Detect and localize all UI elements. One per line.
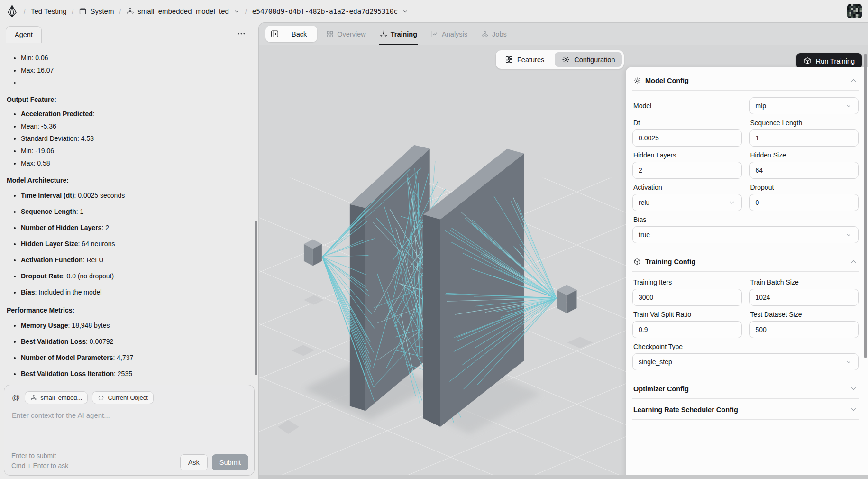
field-grid: Training Iters3000Train Batch Size1024Tr…	[632, 274, 859, 370]
breadcrumb-label: small_embedded_model_ted	[137, 7, 229, 15]
gear-icon	[562, 55, 570, 64]
input-dropout[interactable]: 0	[749, 194, 859, 211]
field-training-iters: Training Iters3000	[632, 274, 742, 306]
chat-textarea[interactable]: Enter context for the AI agent...	[4, 404, 254, 426]
select-checkpoint-type[interactable]: single_step	[632, 353, 859, 370]
breadcrumb-item[interactable]: System	[79, 7, 114, 15]
input-hidden-layers[interactable]: 2	[632, 162, 742, 179]
field-label: Train Batch Size	[750, 278, 858, 286]
agent-heading: Performance Metrics:	[7, 305, 244, 315]
tab-analysis[interactable]: Analysis	[430, 23, 468, 45]
field-grid: Dt0.0025Sequence Length1Hidden Layers2Hi…	[632, 114, 859, 243]
chevron-down-icon	[850, 385, 858, 393]
mention-at-icon[interactable]: @	[12, 393, 20, 403]
view-mode-toggle: FeaturesConfiguration	[496, 50, 624, 69]
input-hidden-size[interactable]: 64	[749, 162, 859, 179]
panel-menu-button[interactable]	[235, 28, 248, 39]
cube-icon	[804, 57, 812, 65]
toggle-features[interactable]: Features	[498, 52, 551, 67]
field-value: 0	[756, 199, 759, 206]
context-chip-row: @ small_embed...Current Object	[4, 385, 254, 404]
tab-training[interactable]: Training	[379, 23, 418, 45]
input-train-val-split-ratio[interactable]: 0.9	[632, 321, 742, 338]
field-value: relu	[639, 199, 649, 206]
field-test-dataset-size: Test Dataset Size500	[749, 306, 859, 338]
field-label: Checkpoint Type	[633, 343, 858, 350]
gear-icon	[633, 77, 641, 84]
field-value: 0.0025	[639, 134, 659, 142]
breadcrumb-label: System	[90, 7, 114, 15]
config-panel: Model ConfigModelmlpDt0.0025Sequence Len…	[626, 67, 868, 479]
agent-bullet-item: Mean: -5.36	[21, 121, 244, 131]
agent-panel-header: Agent	[0, 22, 258, 43]
select-activation[interactable]: relu	[632, 194, 742, 211]
section-body: ModelmlpDt0.0025Sequence Length1Hidden L…	[632, 91, 859, 251]
input-dt[interactable]: 0.0025	[632, 129, 742, 147]
input-train-batch-size[interactable]: 1024	[749, 289, 859, 306]
main-area: Back OverviewTrainingAnalysisJobs Featur…	[258, 22, 868, 479]
chevron-down-icon	[402, 8, 409, 15]
section-body: Training Iters3000Train Batch Size1024Tr…	[632, 272, 859, 378]
config-scrollbar[interactable]	[864, 54, 867, 358]
agent-bullet-item: Number of Model Parameters: 4,737	[21, 352, 244, 363]
agent-bullet-item: Min: 0.06	[21, 53, 244, 63]
input-test-dataset-size[interactable]: 500	[749, 321, 859, 338]
field-train-batch-size: Train Batch Size1024	[749, 274, 859, 306]
agent-scrollbar[interactable]	[255, 221, 257, 375]
field-label: Hidden Size	[750, 151, 858, 159]
section-title: Optimizer Config	[633, 385, 689, 393]
agent-bullet-list: Memory Usage: 18,948 bytesBest Validatio…	[7, 320, 244, 379]
breadcrumb-item[interactable]: small_embedded_model_ted	[126, 7, 240, 15]
agent-bullet-list: Acceleration Predicted:Mean: -5.36Standa…	[7, 109, 244, 168]
context-chip[interactable]: small_embed...	[25, 391, 88, 404]
toggle-label: Configuration	[574, 56, 615, 64]
tab-label: Analysis	[442, 30, 467, 38]
agent-bullet-item: Best Validation Loss Iteration: 2535	[21, 368, 244, 379]
model-icon	[30, 395, 37, 401]
back-button[interactable]: Back	[287, 30, 315, 38]
collapse-panel-button[interactable]	[267, 27, 282, 41]
app-logo-icon[interactable]	[6, 5, 18, 18]
section-header-model-config[interactable]: Model Config	[632, 70, 859, 91]
tab-overview[interactable]: Overview	[326, 23, 366, 45]
select-model[interactable]: mlp	[749, 97, 859, 114]
agent-bullet-item: Standard Deviation: 4.53	[21, 134, 244, 143]
submit-button[interactable]: Submit	[212, 454, 248, 470]
select-bias[interactable]: true	[632, 226, 859, 243]
breadcrumb-item[interactable]: Ted Testing	[31, 7, 67, 15]
horizontal-scrollbar-track[interactable]	[259, 475, 868, 479]
tab-jobs[interactable]: Jobs	[481, 23, 507, 45]
keyboard-hints: Enter to submit Cmd + Enter to ask	[11, 451, 180, 470]
agent-bullet-item: Sequence Length: 1	[21, 206, 244, 217]
layout-icon	[505, 55, 513, 64]
input-sequence-length[interactable]: 1	[749, 129, 859, 147]
agent-bullet-item: Hidden Layer Size: 64 neurons	[21, 238, 244, 249]
agent-bullet-item: Max: 0.58	[21, 158, 244, 168]
chevron-down-icon	[728, 199, 736, 206]
context-chip[interactable]: Current Object	[92, 391, 154, 404]
section-header-learning-rate-scheduler-config[interactable]: Learning Rate Scheduler Config	[632, 399, 859, 420]
toggle-configuration[interactable]: Configuration	[555, 52, 622, 67]
field-value: 500	[756, 326, 767, 333]
input-training-iters[interactable]: 3000	[632, 289, 742, 306]
agent-bullet-item: Dropout Rate: 0.0 (no dropout)	[21, 270, 244, 282]
section-header-optimizer-config[interactable]: Optimizer Config	[632, 378, 859, 399]
box-icon	[79, 7, 87, 15]
field-value: 1024	[756, 294, 770, 301]
circles-icon	[481, 30, 489, 38]
section-header-training-config[interactable]: Training Config	[632, 251, 859, 272]
field-value: 3000	[639, 294, 653, 301]
chat-input-box: @ small_embed...Current Object Enter con…	[4, 385, 255, 476]
breadcrumb-item[interactable]: e54708d9-d4bf-482b-a1a2-eda7d295310c	[252, 8, 409, 15]
breadcrumb-separator: /	[72, 8, 74, 15]
agent-content: Min: 0.06Max: 16.07Output Feature:Accele…	[0, 43, 258, 384]
training-3d-viewport[interactable]: FeaturesConfiguration Run Training Model…	[259, 45, 868, 479]
breadcrumb-separator: /	[119, 8, 121, 15]
field-dt: Dt0.0025	[632, 114, 742, 147]
ask-button[interactable]: Ask	[180, 454, 208, 470]
tab-agent[interactable]: Agent	[6, 26, 42, 43]
avatar[interactable]	[847, 4, 862, 18]
breadcrumb-label: Ted Testing	[31, 7, 67, 15]
agent-bullet-item: Best Validation Loss: 0.00792	[21, 336, 244, 347]
agent-bullet-item: Activation Function: ReLU	[21, 254, 244, 266]
